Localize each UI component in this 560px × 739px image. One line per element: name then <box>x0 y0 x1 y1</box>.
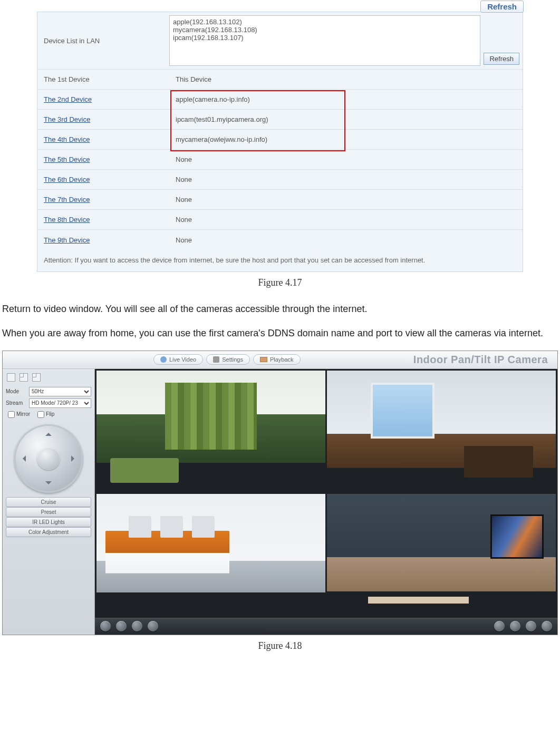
ptz-right-icon[interactable] <box>71 455 78 462</box>
viewer-title: Indoor Pan/Tilt IP Camera <box>413 354 552 366</box>
device-row-label: The 9th Device <box>37 230 169 250</box>
device-row-label: The 5th Device <box>37 150 169 169</box>
device-row-label: The 6th Device <box>37 170 169 189</box>
device-row-label: The 3rd Device <box>37 110 169 129</box>
device-link[interactable]: The 5th Device <box>44 155 90 163</box>
device-row-value: apple(camera.no-ip.info) <box>169 90 523 109</box>
toolbar-btn-3[interactable] <box>132 621 142 631</box>
stream-label: Stream <box>6 400 26 406</box>
toolbar-btn-2[interactable] <box>116 621 127 631</box>
device-row-value: None <box>169 190 523 209</box>
camera-feed-4[interactable] <box>327 494 556 616</box>
side-button-cruise[interactable]: Cruise <box>6 497 91 507</box>
side-panel: Mode 50Hz Stream HD Mode/ 720P/ 23 Mirro… <box>3 369 95 635</box>
figure-caption-418: Figure 4.18 <box>0 640 560 652</box>
camera-feed-1[interactable] <box>96 371 325 493</box>
ptz-down-icon[interactable] <box>45 481 52 488</box>
side-button-ir-led-lights[interactable]: IR LED Lights <box>6 517 91 527</box>
side-button-preset[interactable]: Preset <box>6 507 91 517</box>
device-row: The 9th DeviceNone <box>37 230 523 250</box>
nav-settings[interactable]: Settings <box>206 354 250 365</box>
device-row-value: ipcam(test01.myipcamera.org) <box>169 110 523 129</box>
lan-list-label: Device List in LAN <box>37 12 169 69</box>
side-button-color-adjustment[interactable]: Color Adjustment <box>6 527 91 537</box>
mode-row: Mode 50Hz <box>6 387 91 396</box>
layout-9-icon[interactable] <box>32 373 41 382</box>
device-link[interactable]: The 8th Device <box>44 216 90 223</box>
device-row: The 4th Devicemycamera(owlejww.no-ip.inf… <box>37 130 523 150</box>
ptz-up-icon[interactable] <box>45 430 52 436</box>
camera-grid <box>95 369 557 618</box>
flip-checkbox[interactable]: Flip <box>37 411 54 418</box>
row-lan-list: Device List in LAN apple(192.168.13.102)… <box>37 12 523 70</box>
nav-playback[interactable]: Playback <box>253 354 301 365</box>
device-link[interactable]: The 3rd Device <box>44 115 90 123</box>
nav-live-video[interactable]: Live Video <box>153 354 203 365</box>
camera-icon <box>160 356 167 363</box>
device-row: The 5th DeviceNone <box>37 150 523 170</box>
device-link[interactable]: The 6th Device <box>44 176 90 183</box>
nav-playback-label: Playback <box>270 356 294 363</box>
ptz-control[interactable] <box>14 424 83 493</box>
mode-label: Mode <box>6 388 26 394</box>
viewer-topbar: Live Video Settings Playback Indoor Pan/… <box>3 351 557 369</box>
mode-select[interactable]: 50Hz <box>29 387 91 396</box>
device-row-value: None <box>169 210 523 229</box>
device-row-value: None <box>169 150 523 169</box>
device-row-label: The 8th Device <box>37 210 169 229</box>
device-row: The 3rd Deviceipcam(test01.myipcamera.or… <box>37 110 523 130</box>
camera-viewer: Live Video Settings Playback Indoor Pan/… <box>2 351 558 635</box>
device-row: The 2nd Deviceapple(camera.no-ip.info) <box>37 90 523 110</box>
layout-icons <box>6 372 91 385</box>
viewer-bottom-bar <box>95 618 557 635</box>
body-paragraph-2: When you are away from home, you can use… <box>0 326 560 341</box>
film-icon <box>260 357 267 362</box>
device-row: The 6th DeviceNone <box>37 170 523 190</box>
toolbar-btn-5[interactable] <box>494 621 505 631</box>
lan-device-listbox[interactable]: apple(192.168.13.102) mycamera(192.168.1… <box>169 15 480 66</box>
device-row-value: mycamera(owlejww.no-ip.info) <box>169 130 523 149</box>
nav-settings-label: Settings <box>222 356 243 363</box>
camera-feed-3[interactable] <box>96 494 325 616</box>
device-row-label: The 7th Device <box>37 190 169 209</box>
device-row-value: This Device <box>169 70 523 89</box>
stream-select[interactable]: HD Mode/ 720P/ 23 <box>29 398 91 408</box>
attention-note: Attention: If you want to access the dev… <box>37 250 523 271</box>
device-link[interactable]: The 7th Device <box>44 196 90 203</box>
layout-1-icon[interactable] <box>7 373 15 382</box>
nav-live-video-label: Live Video <box>169 356 196 363</box>
toolbar-btn-4[interactable] <box>148 621 158 631</box>
device-row-label: The 2nd Device <box>37 90 169 109</box>
device-row: The 8th DeviceNone <box>37 210 523 230</box>
figure-caption-417: Figure 4.17 <box>0 277 560 288</box>
refresh-button-top[interactable]: Refresh <box>480 1 524 13</box>
gear-icon <box>213 356 219 363</box>
toolbar-btn-8[interactable] <box>542 621 552 631</box>
body-paragraph-1: Return to video window. You will see all… <box>0 302 560 317</box>
toolbar-btn-1[interactable] <box>100 621 111 631</box>
ptz-left-icon[interactable] <box>20 455 26 462</box>
toolbar-btn-6[interactable] <box>510 621 520 631</box>
toolbar-btn-7[interactable] <box>526 621 536 631</box>
device-row-value: None <box>169 230 523 250</box>
device-link[interactable]: The 9th Device <box>44 236 90 244</box>
stream-row: Stream HD Mode/ 720P/ 23 <box>6 398 91 408</box>
mirror-checkbox[interactable]: Mirror <box>8 411 30 418</box>
layout-4-icon[interactable] <box>20 373 28 382</box>
device-row-label: The 1st Device <box>37 70 169 89</box>
device-row-value: None <box>169 170 523 189</box>
camera-feed-2[interactable] <box>327 371 556 493</box>
device-link[interactable]: The 4th Device <box>44 135 90 143</box>
device-row: The 7th DeviceNone <box>37 190 523 210</box>
device-row: The 1st DeviceThis Device <box>37 70 523 90</box>
device-settings-panel: Refresh Device List in LAN apple(192.168… <box>37 12 523 272</box>
refresh-button-lan[interactable]: Refresh <box>484 53 519 65</box>
device-row-label: The 4th Device <box>37 130 169 149</box>
device-link[interactable]: The 2nd Device <box>44 95 92 103</box>
